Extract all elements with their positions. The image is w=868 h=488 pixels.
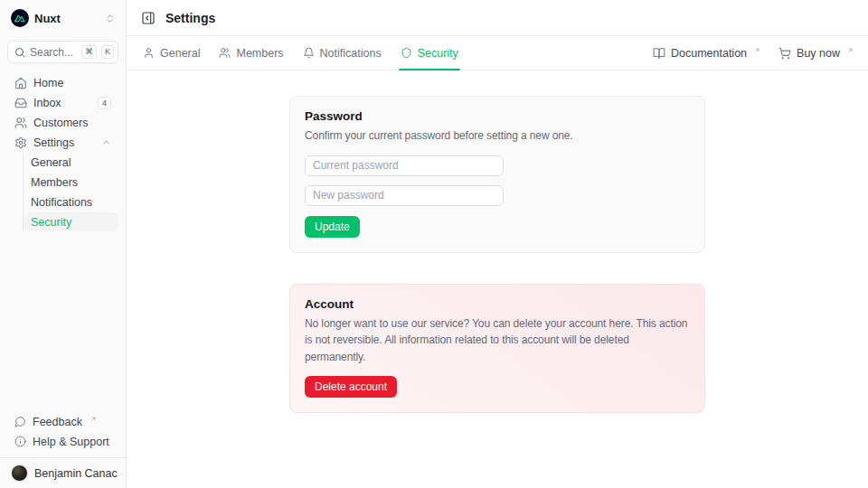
new-password-field[interactable] xyxy=(305,185,504,206)
search-input[interactable]: Search... ⌘ K xyxy=(7,41,118,63)
avatar xyxy=(11,465,28,482)
password-card-title: Password xyxy=(305,109,690,123)
sidebar-item-general[interactable]: General xyxy=(24,153,118,172)
tab-label: Notifications xyxy=(320,47,382,60)
sidebar-nav: Home Inbox 4 Customers Settings General … xyxy=(0,63,126,232)
sidebar-spacer xyxy=(0,232,126,412)
sidebar-item-home[interactable]: Home xyxy=(7,73,118,92)
tab-notifications[interactable]: Notifications xyxy=(301,36,383,70)
buy-now-link[interactable]: Buy now xyxy=(778,47,854,60)
tab-members[interactable]: Members xyxy=(217,36,285,70)
collapse-sidebar-button[interactable] xyxy=(141,11,156,25)
sidebar: Nuxt Search... ⌘ K Home Inbox 4 xyxy=(0,0,127,488)
user-name: Benjamin Canac xyxy=(34,467,118,480)
search-placeholder: Search... xyxy=(30,46,77,59)
sidebar-item-inbox[interactable]: Inbox 4 xyxy=(7,93,118,112)
sidebar-item-notifications[interactable]: Notifications xyxy=(24,192,118,211)
users-icon xyxy=(14,117,27,129)
buy-now-label: Buy now xyxy=(797,47,840,60)
tab-label: General xyxy=(160,47,200,60)
book-open-icon xyxy=(653,47,665,60)
team-switcher[interactable]: Nuxt xyxy=(7,8,118,28)
users-icon xyxy=(219,47,231,59)
page-title: Settings xyxy=(165,11,215,25)
current-password-field[interactable] xyxy=(305,155,504,176)
sidebar-item-label: Inbox xyxy=(33,97,91,109)
search-icon xyxy=(14,47,25,58)
message-circle-icon xyxy=(14,416,26,427)
sidebar-footer: Feedback Help & Support xyxy=(0,412,126,457)
external-link-icon xyxy=(90,416,97,422)
help-support-label: Help & Support xyxy=(33,436,109,448)
tab-label: Members xyxy=(236,47,283,60)
gear-icon xyxy=(14,136,27,149)
kbd-meta: ⌘ xyxy=(81,45,97,59)
shield-icon xyxy=(401,47,412,59)
sidebar-item-customers[interactable]: Customers xyxy=(7,113,118,132)
team-name: Nuxt xyxy=(34,12,99,25)
password-card-description: Confirm your current password before set… xyxy=(305,127,690,145)
toolbar-links: Documentation Buy now xyxy=(653,36,854,70)
update-password-button[interactable]: Update xyxy=(305,216,360,238)
chevron-up-down-icon xyxy=(105,14,115,23)
tab-security[interactable]: Security xyxy=(399,36,460,70)
feedback-link[interactable]: Feedback xyxy=(7,412,118,431)
inbox-count-badge: 4 xyxy=(98,97,111,109)
tab-general[interactable]: General xyxy=(141,36,202,70)
info-icon xyxy=(14,436,26,447)
page-header: Settings xyxy=(127,0,868,36)
panel-left-close-icon xyxy=(141,11,156,25)
external-link-icon xyxy=(754,47,760,53)
sidebar-item-members[interactable]: Members xyxy=(24,173,118,192)
tab-label: Security xyxy=(418,47,458,60)
sidebar-item-settings[interactable]: Settings xyxy=(7,133,118,152)
account-card-title: Account xyxy=(305,297,690,311)
bell-icon xyxy=(303,47,315,59)
settings-sub-list: General Members Notifications Security xyxy=(23,153,118,231)
user-menu[interactable]: Benjamin Canac xyxy=(0,457,126,488)
sidebar-item-security[interactable]: Security xyxy=(24,212,118,231)
account-card-description: No longer want to use our service? You c… xyxy=(305,315,690,366)
feedback-label: Feedback xyxy=(33,416,82,428)
sidebar-item-label: Customers xyxy=(33,117,111,129)
account-card: Account No longer want to use our servic… xyxy=(289,284,705,414)
sidebar-item-label: Home xyxy=(33,77,111,89)
tab-bar: General Members Notifications Security xyxy=(127,36,868,70)
app-window: Nuxt Search... ⌘ K Home Inbox 4 xyxy=(0,0,868,488)
kbd-k: K xyxy=(101,45,114,59)
delete-account-button[interactable]: Delete account xyxy=(305,376,397,398)
help-support-link[interactable]: Help & Support xyxy=(7,432,118,451)
home-icon xyxy=(14,77,27,89)
shopping-cart-icon xyxy=(778,47,791,60)
tabs: General Members Notifications Security xyxy=(141,36,460,70)
chevron-up-icon xyxy=(101,137,111,147)
settings-security-content: Password Confirm your current password b… xyxy=(127,70,868,488)
user-icon xyxy=(143,47,155,59)
documentation-label: Documentation xyxy=(671,47,747,60)
password-card: Password Confirm your current password b… xyxy=(289,96,705,253)
documentation-link[interactable]: Documentation xyxy=(653,47,760,60)
sidebar-item-label: Settings xyxy=(33,136,95,149)
external-link-icon xyxy=(847,47,854,53)
nuxt-logo-icon xyxy=(11,9,29,27)
inbox-icon xyxy=(14,97,27,109)
main-panel: Settings General Members Notifications xyxy=(127,0,868,488)
